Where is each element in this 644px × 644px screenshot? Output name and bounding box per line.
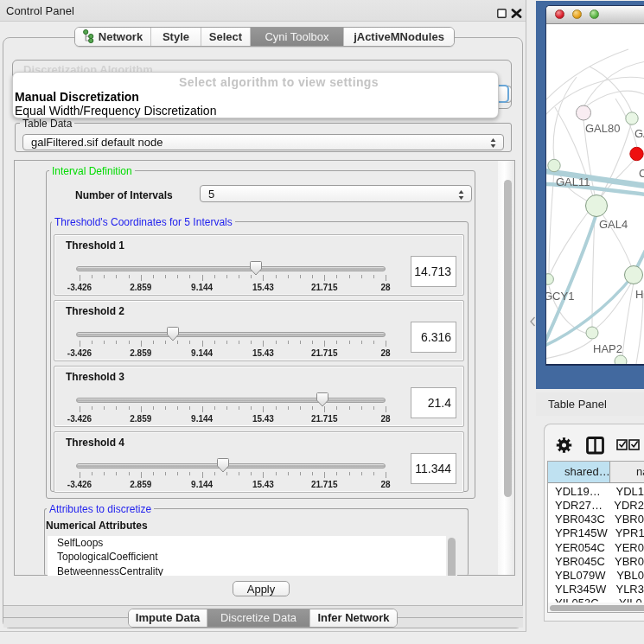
svg-text:GA: GA xyxy=(634,127,644,140)
svg-text:GAL80: GAL80 xyxy=(585,122,620,135)
svg-text:H: H xyxy=(635,288,643,301)
svg-text:GAL4: GAL4 xyxy=(599,218,628,231)
svg-text:GAL11: GAL11 xyxy=(556,175,590,188)
svg-text:GCY1: GCY1 xyxy=(546,290,574,303)
svg-text:C: C xyxy=(639,167,644,180)
svg-text:HAP2: HAP2 xyxy=(593,342,622,355)
